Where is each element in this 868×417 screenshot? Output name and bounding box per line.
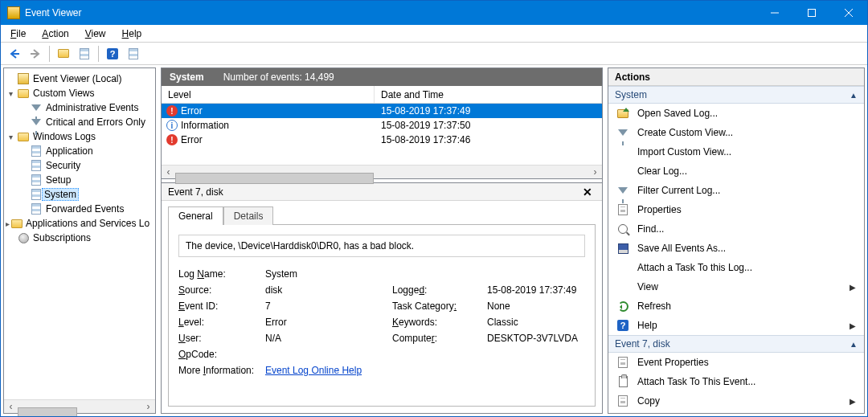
k-logged: Logged: xyxy=(392,284,481,296)
action-copy[interactable]: Copy▶ xyxy=(608,391,864,411)
event-row[interactable]: !Error15-08-2019 17:37:46 xyxy=(162,133,602,147)
show-hide-tree-button[interactable] xyxy=(55,45,72,63)
k-moreinfo: More Information: xyxy=(178,365,259,376)
nav-back-button[interactable] xyxy=(6,45,23,63)
detail-title: Event 7, disk xyxy=(168,186,223,198)
menu-bar: File Action View Help xyxy=(1,25,867,43)
action-open-saved-log[interactable]: Open Saved Log... xyxy=(608,104,864,123)
menu-view[interactable]: View xyxy=(79,27,113,41)
action-import-view[interactable]: Import Custom View... xyxy=(608,142,864,161)
tree-system[interactable]: System xyxy=(6,187,154,202)
properties-button[interactable] xyxy=(76,45,93,63)
toolbar: ? xyxy=(1,43,867,65)
k-logname: Log Name: xyxy=(178,268,259,280)
k-eventid: Event ID: xyxy=(178,300,259,312)
actions-title: Actions xyxy=(608,68,864,86)
tree-root[interactable]: Event Viewer (Local) xyxy=(6,72,154,86)
tree-forwarded[interactable]: Forwarded Events xyxy=(6,202,154,216)
tree-admin-events[interactable]: Administrative Events xyxy=(6,100,154,115)
v-level: Error xyxy=(265,317,386,328)
scroll-left-icon[interactable]: ‹ xyxy=(4,400,18,414)
tree-app-services[interactable]: ▸Applications and Services Lo xyxy=(6,216,154,231)
tab-body-general: The device, \Device\Harddisk0\DR0, has a… xyxy=(168,224,596,407)
title-bar: Event Viewer xyxy=(1,1,867,25)
action-create-view[interactable]: Create Custom View... xyxy=(608,123,864,142)
help-button[interactable]: ? xyxy=(104,45,121,63)
tree-subscriptions[interactable]: Subscriptions xyxy=(6,231,154,245)
tree-custom-views[interactable]: ▾Custom Views xyxy=(6,86,154,100)
tree-windows-logs[interactable]: ▾Windows Logs xyxy=(6,129,154,144)
chevron-right-icon: ▶ xyxy=(850,283,856,292)
tree-h-scrollbar[interactable]: ‹ › xyxy=(4,399,155,413)
menu-file[interactable]: File xyxy=(4,27,32,41)
v-logname: System xyxy=(265,268,386,280)
scroll-right-icon[interactable]: › xyxy=(141,400,155,414)
menu-action[interactable]: Action xyxy=(35,27,75,41)
col-level[interactable]: Level xyxy=(162,86,375,103)
action-save-all[interactable]: Save All Events As... xyxy=(608,239,864,258)
tree-application[interactable]: Application xyxy=(6,144,154,158)
error-icon: ! xyxy=(166,105,178,117)
action-refresh[interactable]: Refresh xyxy=(608,296,864,316)
action-filter-log[interactable]: Filter Current Log... xyxy=(608,181,864,200)
chevron-up-icon: ▲ xyxy=(850,340,858,349)
action-clear-log[interactable]: Clear Log... xyxy=(608,161,864,181)
tree-security[interactable]: Security xyxy=(6,158,154,173)
tab-general[interactable]: General xyxy=(168,206,223,225)
nav-tree[interactable]: Event Viewer (Local) ▾Custom Views Admin… xyxy=(4,68,155,248)
event-date: 15-08-2019 17:37:49 xyxy=(375,105,602,117)
detail-header: Event 7, disk ✕ xyxy=(162,183,602,201)
actions-section-event[interactable]: Event 7, disk▲ xyxy=(608,335,864,353)
content-area: Event Viewer (Local) ▾Custom Views Admin… xyxy=(1,65,867,416)
actions-pane: Actions System▲ Open Saved Log... Create… xyxy=(608,67,865,414)
app-icon xyxy=(7,6,20,19)
tab-details[interactable]: Details xyxy=(223,206,274,225)
minimize-button[interactable] xyxy=(756,1,793,25)
detail-close-button[interactable]: ✕ xyxy=(579,186,596,198)
main-pane: System Number of events: 14,499 Level Da… xyxy=(161,67,603,414)
event-level: Error xyxy=(181,134,203,145)
v-eventid: 7 xyxy=(265,300,386,312)
log-header-count: Number of events: 14,499 xyxy=(223,72,334,83)
k-level: Level: xyxy=(178,317,259,328)
col-date[interactable]: Date and Time xyxy=(375,86,602,103)
preview-button[interactable] xyxy=(125,45,142,63)
event-message: The device, \Device\Harddisk0\DR0, has a… xyxy=(178,235,585,257)
column-headers[interactable]: Level Date and Time xyxy=(162,86,602,104)
svg-rect-0 xyxy=(809,10,816,17)
action-view[interactable]: View▶ xyxy=(608,277,864,296)
scroll-right-icon[interactable]: › xyxy=(588,166,602,179)
actions-section-system[interactable]: System▲ xyxy=(608,86,864,104)
error-icon: ! xyxy=(166,134,178,145)
tree-pane: Event Viewer (Local) ▾Custom Views Admin… xyxy=(3,67,156,414)
action-event-properties[interactable]: Event Properties xyxy=(608,353,864,372)
action-find[interactable]: Find... xyxy=(608,219,864,239)
event-list: Level Date and Time !Error15-08-2019 17:… xyxy=(162,86,602,179)
event-date: 15-08-2019 17:37:46 xyxy=(375,134,602,145)
log-header-title: System xyxy=(170,72,204,83)
window-title: Event Viewer xyxy=(25,7,81,18)
event-detail-pane: Event 7, disk ✕ General Details The devi… xyxy=(162,182,602,413)
tree-critical-errors[interactable]: Critical and Errors Only xyxy=(6,115,154,129)
event-log-online-help-link[interactable]: Event Log Online Help xyxy=(265,365,362,376)
v-user: N/A xyxy=(265,333,386,344)
scroll-left-icon[interactable]: ‹ xyxy=(162,166,175,179)
tree-setup[interactable]: Setup xyxy=(6,173,154,187)
nav-forward-button[interactable] xyxy=(27,45,44,63)
v-keywords: Classic xyxy=(487,317,585,328)
v-source: disk xyxy=(265,284,386,296)
action-attach-task-event[interactable]: Attach Task To This Event... xyxy=(608,372,864,391)
event-date: 15-08-2019 17:37:50 xyxy=(375,120,602,131)
k-keywords: Keywords: xyxy=(392,317,481,328)
list-h-scrollbar[interactable]: ‹ › xyxy=(162,165,602,178)
menu-help[interactable]: Help xyxy=(116,27,149,41)
maximize-button[interactable] xyxy=(793,1,830,25)
action-help[interactable]: ?Help▶ xyxy=(608,316,864,335)
event-row[interactable]: iInformation15-08-2019 17:37:50 xyxy=(162,118,602,133)
close-button[interactable] xyxy=(830,1,867,25)
event-level: Error xyxy=(181,105,203,117)
action-properties[interactable]: Properties xyxy=(608,200,864,219)
action-attach-task-log[interactable]: Attach a Task To this Log... xyxy=(608,258,864,277)
event-rows[interactable]: !Error15-08-2019 17:37:49iInformation15-… xyxy=(162,104,602,165)
event-row[interactable]: !Error15-08-2019 17:37:49 xyxy=(162,104,602,118)
